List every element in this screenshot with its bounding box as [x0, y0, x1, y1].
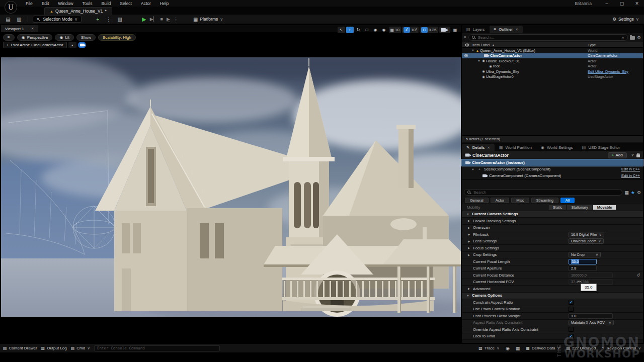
menu-help[interactable]: Help [156, 1, 172, 7]
create-folder-icon[interactable] [630, 36, 635, 40]
scale-tool-button[interactable]: ⊡ [363, 27, 371, 33]
selection-mode-dropdown[interactable]: ↖ Selection Mode ∨ [33, 16, 82, 23]
content-browser-icon[interactable]: ▥ [15, 17, 23, 22]
reset-to-default-icon[interactable]: ↺ [636, 273, 640, 278]
aspect-ratio-axis-constraint-dropdown[interactable]: Maintain X-Axis FOV∨ [569, 320, 614, 325]
menu-tools[interactable]: Tools [79, 1, 96, 7]
current-aperture-field[interactable]: 2.8 [569, 265, 597, 271]
tab-world-settings[interactable]: ◉World Settings [536, 144, 578, 151]
component-row-instance[interactable]: CineCameraActor (Instance) [462, 159, 643, 166]
use-pawn-control-rotation-checkbox[interactable] [569, 307, 574, 312]
filter-streaming[interactable]: Streaming [531, 198, 558, 203]
cinematics-icon[interactable]: ▧ [116, 17, 124, 22]
rotation-snap-button[interactable]: ∠10° [402, 27, 419, 33]
add-actor-icon[interactable]: + [94, 17, 102, 22]
select-tool-button[interactable]: ↖ [338, 27, 345, 33]
settings-dropdown[interactable]: ⚙ Settings ∨ [612, 17, 639, 22]
menu-select[interactable]: Select [116, 1, 135, 7]
close-icon[interactable]: ✕ [487, 146, 490, 150]
display-options-icon[interactable]: ▦ [624, 190, 629, 195]
section-current-camera-settings[interactable]: ▼Current Camera Settings [462, 211, 643, 218]
filter-general[interactable]: General [465, 198, 489, 203]
filter-misc[interactable]: Misc [511, 198, 529, 203]
chevron-down-icon[interactable]: ∨ [622, 36, 624, 40]
console-command-input[interactable] [94, 345, 220, 351]
view-mode-dropdown[interactable]: ◉Lit [55, 34, 73, 41]
outliner-row-root[interactable]: ◉ root Actor [462, 64, 643, 69]
tab-usd-stage-editor[interactable]: ▤USD Stage Editor [578, 144, 625, 151]
outliner-row-house-blockout[interactable]: ▼ ◉ House_Blockout_01 Actor [462, 58, 643, 64]
edit-in-cpp-link[interactable]: Edit in C++ [621, 167, 640, 171]
lens-settings-dropdown[interactable]: Universal Zoom∨ [569, 238, 604, 244]
tab-details[interactable]: ✎Details✕ [462, 144, 495, 151]
gear-icon[interactable]: ⚙ [637, 190, 641, 195]
filter-icon[interactable]: ≡ [464, 35, 466, 40]
maximize-button[interactable]: ▢ [618, 1, 626, 6]
current-focal-length-field[interactable]: 35.0 [569, 259, 597, 264]
mobility-stationary-button[interactable]: Stationary [567, 205, 592, 210]
derived-data-dropdown[interactable]: ▦Derived Data∨ [526, 346, 560, 350]
camera-speed-button[interactable]: 1 [439, 27, 450, 33]
frame-skip-button[interactable]: ▶ [150, 17, 157, 22]
menu-actor[interactable]: Actor [137, 1, 154, 7]
mobility-movable-button[interactable]: Movable [593, 205, 617, 210]
play-button[interactable]: ▶ [142, 16, 146, 23]
component-row-camera[interactable]: CameraComponent (CameraComponent) Edit i… [462, 172, 643, 179]
filter-actor[interactable]: Actor [491, 198, 510, 203]
platforms-dropdown[interactable]: ▦ Platforms ∨ [193, 17, 223, 22]
menu-edit[interactable]: Edit [38, 1, 53, 7]
outliner-row-usdstageactor[interactable]: ◉ UsdStageActor0 UsdStageActor [462, 74, 643, 80]
show-dropdown[interactable]: Show [76, 34, 96, 41]
tab-level-asset[interactable]: ▲ Queen_Anne_House_V1 * [44, 7, 112, 15]
filter-all[interactable]: All [560, 198, 575, 203]
cmd-dropdown[interactable]: ▤Cmd∨ [71, 346, 90, 350]
tab-layers[interactable]: ▤Layers [462, 26, 490, 33]
trace-dropdown[interactable]: ▧Trace∨ [478, 346, 500, 350]
override-aspect-ratio-axis-constraint-checkbox[interactable] [569, 327, 574, 332]
filmback-dropdown[interactable]: 16:9 Digital Film∨ [569, 232, 604, 237]
column-item-label[interactable]: Item Label [472, 43, 490, 47]
tab-outliner[interactable]: ≡Outliner✕ [490, 26, 523, 33]
minimize-button[interactable]: – [603, 1, 611, 6]
outliner-row-ultra-dynamic-sky[interactable]: ◉ Ultra_Dynamic_Sky Edit Ultra_Dynamic_S… [462, 69, 643, 74]
blueprint-hierarchy-icon[interactable]: Y [631, 153, 634, 157]
lock-icon[interactable] [636, 154, 640, 157]
outliner-row-world[interactable]: ▼ ▲ Queen_Anne_House_V1 (Editor) World [462, 48, 643, 53]
surface-snap-button[interactable]: ◉ [380, 27, 388, 33]
mobility-static-button[interactable]: Static [548, 205, 567, 210]
lock-to-hmd-checkbox[interactable]: ✓ [569, 334, 574, 339]
revision-control-dropdown[interactable]: YRevision Control∨ [602, 346, 641, 350]
record-icon[interactable]: ◉ [506, 346, 510, 351]
outliner-row-cinecamera[interactable]: CineCameraActor CineCameraActor [462, 53, 643, 59]
column-type[interactable]: Type [588, 43, 596, 47]
close-icon[interactable]: ✕ [515, 28, 518, 32]
blueprints-icon[interactable]: ⋮ [105, 17, 113, 22]
grid-snap-button[interactable]: ▦10 [389, 27, 401, 33]
launch-button[interactable]: ▶ [167, 17, 170, 22]
move-tool-button[interactable]: + [346, 27, 354, 33]
post-process-blend-weight-field[interactable]: 1.0 [569, 313, 613, 319]
expand-arrow-icon[interactable]: ▼ [477, 59, 481, 62]
tab-world-partition[interactable]: ▦World Partition [495, 144, 536, 151]
screenshot-icon[interactable]: ▦ [516, 346, 520, 351]
menu-window[interactable]: Window [54, 1, 76, 7]
component-row-scene[interactable]: ▼ + SceneComponent (SceneComponent) Edit… [462, 166, 643, 172]
details-search-box[interactable] [464, 189, 622, 196]
close-icon[interactable]: ✕ [31, 27, 34, 31]
viewport-render[interactable] [1, 57, 461, 317]
scale-snap-button[interactable]: ⊡0.25 [420, 27, 438, 33]
section-lookat-tracking[interactable]: ▶Lookat Tracking Settings [462, 218, 643, 225]
save-icon[interactable]: ▤ [4, 17, 12, 22]
section-camera-options[interactable]: ▼Camera Options [462, 293, 643, 300]
eject-pilot-button[interactable]: ▲ [68, 42, 76, 48]
close-button[interactable]: ✕ [633, 1, 641, 6]
viewport-options-button[interactable]: ≡ [3, 34, 15, 41]
camera-view-toggle-button[interactable] [78, 42, 86, 48]
stop-button[interactable]: ■ [160, 17, 163, 22]
section-advanced[interactable]: ▶Advanced [462, 286, 643, 293]
tab-viewport-1[interactable]: Viewport 1 ✕ [1, 25, 38, 32]
outliner-search-input[interactable] [478, 35, 620, 40]
maximize-viewport-button[interactable]: ▦ [451, 27, 459, 33]
constrain-aspect-ratio-checkbox[interactable]: ✓ [569, 300, 574, 305]
rotate-tool-button[interactable]: ↻ [355, 27, 362, 33]
